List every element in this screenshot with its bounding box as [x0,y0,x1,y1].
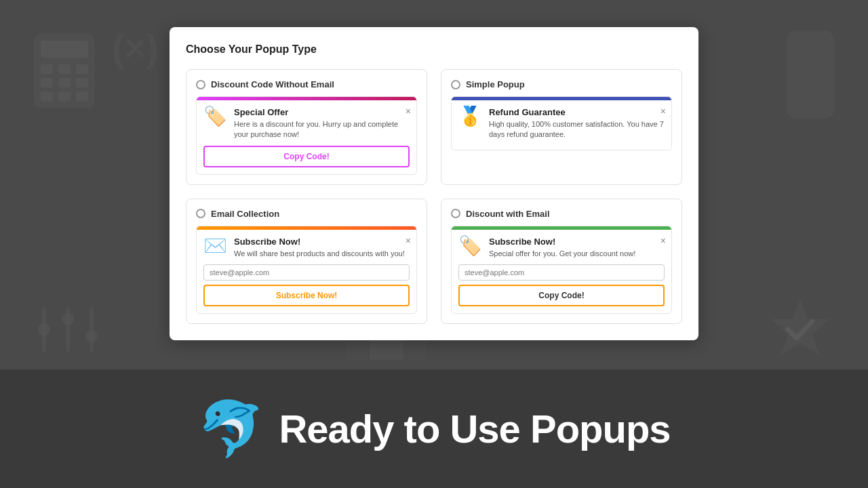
popup-close-4[interactable]: × [660,235,666,246]
radio-discount-no-email[interactable] [196,80,205,89]
popup-email-input-4[interactable] [458,264,665,281]
popup-close-3[interactable]: × [406,235,411,246]
popup-content-2: 🥇 Refund Guarantee High quality, 100% cu… [452,100,671,143]
svg-point-18 [38,323,50,336]
option-email-collection[interactable]: Email Collection ✉️ Subscribe Now! We wi… [186,199,427,324]
svg-rect-3 [58,64,71,74]
popup-title-3: Subscribe Now! [234,237,410,247]
popup-btn-4[interactable]: Copy Code! [458,285,665,306]
popup-icon-3: ✉️ [203,237,227,256]
option-discount-with-email[interactable]: Discount with Email 🏷️ Subscribe Now! Sp… [441,199,682,324]
popup-content-3: ✉️ Subscribe Now! We will share best pro… [197,230,416,262]
svg-text:(×): (×) [112,27,159,69]
popup-icon-2: 🥇 [458,107,482,126]
modal-title: Choose Your Popup Type [186,43,682,56]
popup-content-1: 🏷️ Special Offer Here is a discount for … [197,100,416,143]
popup-content-4: 🏷️ Subscribe Now! Special offer for you.… [452,230,671,262]
svg-rect-5 [41,78,53,87]
popup-icon-1: 🏷️ [203,107,227,126]
mini-popup-4: 🏷️ Subscribe Now! Special offer for you.… [451,226,672,314]
svg-rect-0 [34,34,95,108]
radio-simple-popup[interactable] [451,80,460,89]
phone-icon [780,27,841,125]
popup-title-1: Special Offer [234,107,410,117]
popup-text-2: Refund Guarantee High quality, 100% cust… [489,107,665,140]
option-header-4: Discount with Email [451,209,672,219]
popup-body-1: Copy Code! [197,143,416,174]
option-discount-no-email[interactable]: Discount Code Without Email 🏷️ Special O… [186,69,427,185]
popup-desc-4: Special offer for you. Get your discount… [489,249,665,259]
main-modal: Choose Your Popup Type Discount Code Wit… [170,27,698,340]
calculator-icon [27,27,102,118]
popup-desc-1: Here is a discount for you. Hurry up and… [234,119,410,140]
option-label-4: Discount with Email [466,209,550,219]
popup-btn-1[interactable]: Copy Code! [203,146,410,167]
svg-rect-4 [76,64,88,74]
svg-rect-1 [41,41,88,58]
svg-rect-8 [41,92,53,101]
banner-text: Ready to Use Popups [279,406,670,451]
option-header-3: Email Collection [196,209,417,219]
popup-text-3: Subscribe Now! We will share best produc… [234,237,410,259]
popup-body-4: Copy Code! [452,262,671,313]
svg-rect-7 [76,78,88,87]
popup-title-2: Refund Guarantee [489,107,665,117]
popup-title-4: Subscribe Now! [489,237,665,247]
mini-popup-2: 🥇 Refund Guarantee High quality, 100% cu… [451,96,672,150]
sliders-icon [34,299,102,363]
popup-close-2[interactable]: × [660,106,666,117]
svg-rect-6 [58,78,71,87]
svg-rect-2 [41,64,53,74]
radio-discount-with-email[interactable] [451,209,460,218]
mini-popup-3: ✉️ Subscribe Now! We will share best pro… [196,226,417,314]
svg-point-19 [62,313,74,325]
formula-icon: (×) [108,20,176,77]
svg-rect-9 [58,92,71,101]
badge-icon [766,296,834,366]
option-header-2: Simple Popup [451,79,672,89]
popup-btn-3[interactable]: Subscribe Now! [203,285,410,306]
option-label-2: Simple Popup [466,79,525,89]
option-label-3: Email Collection [211,209,279,219]
popup-desc-2: High quality, 100% customer satisfaction… [489,119,665,140]
option-label-1: Discount Code Without Email [211,79,334,89]
popup-options-grid: Discount Code Without Email 🏷️ Special O… [186,69,682,324]
dolphin-icon: 🐬 [197,402,265,456]
radio-email-collection[interactable] [196,209,205,218]
svg-rect-13 [792,39,829,104]
svg-point-20 [85,330,98,342]
svg-marker-25 [771,299,829,355]
option-header-1: Discount Code Without Email [196,79,417,89]
svg-rect-12 [787,30,834,119]
popup-icon-4: 🏷️ [458,237,482,256]
mini-popup-1: 🏷️ Special Offer Here is a discount for … [196,96,417,175]
svg-point-14 [806,107,815,117]
svg-rect-10 [76,92,88,101]
popup-body-3: Subscribe Now! [197,262,416,313]
popup-close-1[interactable]: × [406,106,411,117]
popup-desc-3: We will share best products and discount… [234,249,410,259]
popup-text-4: Subscribe Now! Special offer for you. Ge… [489,237,665,259]
option-simple-popup[interactable]: Simple Popup 🥇 Refund Guarantee High qua… [441,69,682,185]
popup-text-1: Special Offer Here is a discount for you… [234,107,410,140]
popup-email-input-3[interactable] [203,264,410,281]
bottom-banner: 🐬 Ready to Use Popups [0,369,868,488]
